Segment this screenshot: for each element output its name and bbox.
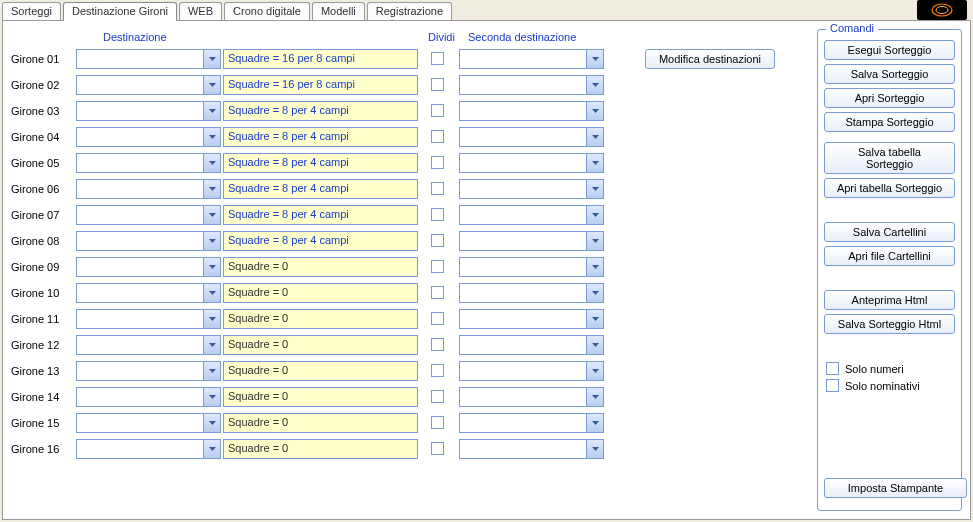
- seconda-destinazione-dropdown[interactable]: [459, 205, 604, 225]
- destinazione-dropdown[interactable]: [76, 387, 221, 407]
- seconda-destinazione-dropdown[interactable]: [459, 335, 604, 355]
- solo-nominativi-checkbox[interactable]: Solo nominativi: [826, 379, 955, 392]
- dividi-checkbox[interactable]: [431, 260, 444, 273]
- destinazione-dropdown[interactable]: [76, 309, 221, 329]
- squadre-info: Squadre = 0: [223, 257, 418, 277]
- anteprima-html-button[interactable]: Anteprima Html: [824, 290, 955, 310]
- dividi-checkbox[interactable]: [431, 286, 444, 299]
- seconda-destinazione-dropdown[interactable]: [459, 361, 604, 381]
- girone-label: Girone 14: [11, 391, 73, 403]
- solo-numeri-checkbox[interactable]: Solo numeri: [826, 362, 955, 375]
- chevron-down-icon: [586, 206, 603, 224]
- dividi-checkbox[interactable]: [431, 130, 444, 143]
- apri-sorteggio-button[interactable]: Apri Sorteggio: [824, 88, 955, 108]
- dividi-checkbox[interactable]: [431, 390, 444, 403]
- dividi-checkbox[interactable]: [431, 312, 444, 325]
- main-panel: Destinazione Dividi Seconda destinazione…: [2, 20, 971, 520]
- girone-label: Girone 08: [11, 235, 73, 247]
- destinazione-dropdown[interactable]: [76, 127, 221, 147]
- seconda-destinazione-dropdown[interactable]: [459, 257, 604, 277]
- seconda-destinazione-dropdown[interactable]: [459, 413, 604, 433]
- destinazione-dropdown[interactable]: [76, 179, 221, 199]
- chevron-down-icon: [586, 128, 603, 146]
- tab-destinazione-gironi[interactable]: Destinazione Gironi: [63, 2, 177, 21]
- chevron-down-icon: [586, 232, 603, 250]
- seconda-destinazione-dropdown[interactable]: [459, 75, 604, 95]
- dividi-checkbox[interactable]: [431, 442, 444, 455]
- destinazione-dropdown[interactable]: [76, 101, 221, 121]
- seconda-destinazione-dropdown[interactable]: [459, 309, 604, 329]
- tab-sorteggi[interactable]: Sorteggi: [2, 2, 61, 21]
- destinazione-dropdown[interactable]: [76, 257, 221, 277]
- chevron-down-icon: [586, 414, 603, 432]
- imposta-stampante-button[interactable]: Imposta Stampante: [824, 478, 967, 498]
- seconda-destinazione-dropdown[interactable]: [459, 49, 604, 69]
- dividi-checkbox[interactable]: [431, 78, 444, 91]
- squadre-info: Squadre = 0: [223, 283, 418, 303]
- tab-modelli[interactable]: Modelli: [312, 2, 365, 21]
- chevron-down-icon: [203, 128, 220, 146]
- destinazione-dropdown[interactable]: [76, 439, 221, 459]
- chevron-down-icon: [203, 76, 220, 94]
- header-dividi: Dividi: [428, 31, 455, 43]
- dividi-checkbox[interactable]: [431, 208, 444, 221]
- girone-label: Girone 11: [11, 313, 73, 325]
- destinazione-dropdown[interactable]: [76, 75, 221, 95]
- destinazione-dropdown[interactable]: [76, 283, 221, 303]
- stampa-sorteggio-button[interactable]: Stampa Sorteggio: [824, 112, 955, 132]
- girone-label: Girone 04: [11, 131, 73, 143]
- girone-label: Girone 06: [11, 183, 73, 195]
- dividi-checkbox[interactable]: [431, 364, 444, 377]
- seconda-destinazione-dropdown[interactable]: [459, 283, 604, 303]
- comandi-title: Comandi: [826, 22, 878, 34]
- salva-tabella-sorteggio-button[interactable]: Salva tabella Sorteggio: [824, 142, 955, 174]
- dividi-checkbox[interactable]: [431, 338, 444, 351]
- seconda-destinazione-dropdown[interactable]: [459, 231, 604, 251]
- salva-sorteggio-button[interactable]: Salva Sorteggio: [824, 64, 955, 84]
- tab-web[interactable]: WEB: [179, 2, 222, 21]
- dividi-checkbox[interactable]: [431, 104, 444, 117]
- topbar: SorteggiDestinazione GironiWEBCrono digi…: [0, 0, 973, 22]
- chevron-down-icon: [203, 50, 220, 68]
- seconda-destinazione-dropdown[interactable]: [459, 179, 604, 199]
- header-destinazione: Destinazione: [103, 31, 167, 43]
- seconda-destinazione-dropdown[interactable]: [459, 439, 604, 459]
- seconda-destinazione-dropdown[interactable]: [459, 127, 604, 147]
- esegui-sorteggio-button[interactable]: Esegui Sorteggio: [824, 40, 955, 60]
- destinazione-dropdown[interactable]: [76, 49, 221, 69]
- apri-file-cartellini-button[interactable]: Apri file Cartellini: [824, 246, 955, 266]
- chevron-down-icon: [586, 76, 603, 94]
- squadre-info: Squadre = 8 per 4 campi: [223, 127, 418, 147]
- apri-tabella-sorteggio-button[interactable]: Apri tabella Sorteggio: [824, 178, 955, 198]
- chevron-down-icon: [203, 180, 220, 198]
- squadre-info: Squadre = 8 per 4 campi: [223, 153, 418, 173]
- seconda-destinazione-dropdown[interactable]: [459, 153, 604, 173]
- chevron-down-icon: [586, 284, 603, 302]
- chevron-down-icon: [586, 102, 603, 120]
- dividi-checkbox[interactable]: [431, 156, 444, 169]
- squadre-info: Squadre = 8 per 4 campi: [223, 179, 418, 199]
- salva-sorteggio-html-button[interactable]: Salva Sorteggio Html: [824, 314, 955, 334]
- chevron-down-icon: [203, 102, 220, 120]
- destinazione-dropdown[interactable]: [76, 205, 221, 225]
- seconda-destinazione-dropdown[interactable]: [459, 101, 604, 121]
- tab-crono-digitale[interactable]: Crono digitale: [224, 2, 310, 21]
- modifica-destinazioni-button[interactable]: Modifica destinazioni: [645, 49, 775, 69]
- destinazione-dropdown[interactable]: [76, 413, 221, 433]
- squadre-info: Squadre = 0: [223, 335, 418, 355]
- tab-registrazione[interactable]: Registrazione: [367, 2, 452, 21]
- dividi-checkbox[interactable]: [431, 182, 444, 195]
- chevron-down-icon: [203, 440, 220, 458]
- destinazione-dropdown[interactable]: [76, 231, 221, 251]
- dividi-checkbox[interactable]: [431, 416, 444, 429]
- chevron-down-icon: [586, 258, 603, 276]
- destinazione-dropdown[interactable]: [76, 361, 221, 381]
- destinazione-dropdown[interactable]: [76, 153, 221, 173]
- destinazione-dropdown[interactable]: [76, 335, 221, 355]
- seconda-destinazione-dropdown[interactable]: [459, 387, 604, 407]
- chevron-down-icon: [586, 336, 603, 354]
- salva-cartellini-button[interactable]: Salva Cartellini: [824, 222, 955, 242]
- dividi-checkbox[interactable]: [431, 234, 444, 247]
- chevron-down-icon: [203, 388, 220, 406]
- dividi-checkbox[interactable]: [431, 52, 444, 65]
